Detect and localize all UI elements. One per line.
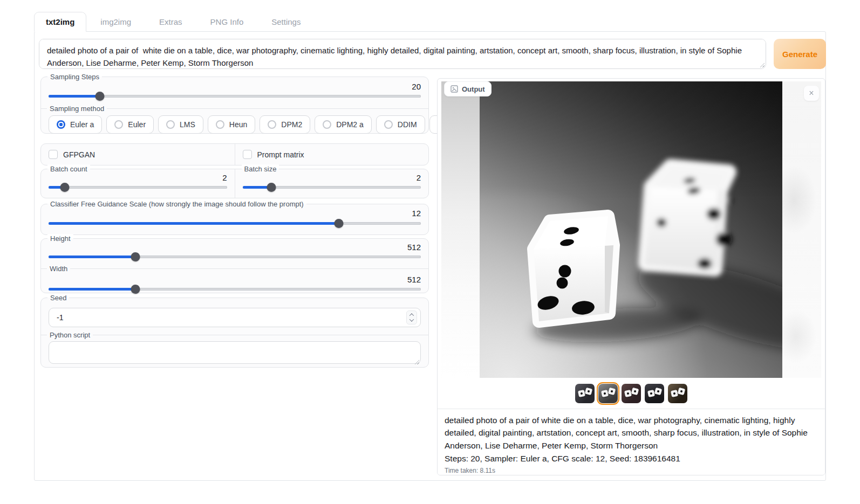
tab-settings[interactable]: Settings [257, 12, 315, 32]
chevron-down-icon[interactable] [409, 317, 414, 321]
seed-group: Seed Python script [40, 298, 429, 368]
prompt-input[interactable]: detailed photo of a pair of white die on… [39, 39, 766, 69]
tab-txt2img[interactable]: txt2img [34, 12, 86, 32]
radio-icon[interactable] [57, 120, 65, 129]
thumbnail-4[interactable] [645, 384, 664, 403]
tab-png-info[interactable]: PNG Info [196, 12, 258, 32]
output-header: Output [444, 81, 492, 96]
gfpgan-checkbox[interactable] [49, 150, 58, 159]
batch-size-label: Batch size [242, 164, 279, 174]
caption-params: Steps: 20, Sampler: Euler a, CFG scale: … [445, 452, 818, 465]
slider-handle[interactable] [95, 92, 104, 101]
height-label: Height [47, 234, 73, 243]
prompt-matrix-option[interactable]: Prompt matrix [235, 144, 429, 165]
cfg-scale-slider[interactable] [49, 219, 421, 229]
close-icon[interactable]: × [804, 86, 819, 101]
seed-label: Seed [47, 293, 69, 302]
radio-ddim[interactable]: DDIM [376, 115, 425, 134]
slider-handle[interactable] [60, 183, 70, 192]
thumbnail-2[interactable] [598, 384, 618, 403]
image-icon [451, 85, 458, 93]
width-slider[interactable] [49, 285, 421, 294]
batch-size-slider[interactable] [243, 183, 421, 192]
die-icon [631, 387, 639, 395]
die-icon [608, 387, 616, 395]
slider-fill [49, 256, 135, 258]
die-icon [671, 389, 678, 397]
sampling-steps-value: 20 [49, 77, 421, 91]
output-panel: Output × detailed photo of a pair of whi… [437, 78, 825, 475]
thumbnail-1[interactable] [575, 384, 595, 403]
caption-prompt: detailed photo of a pair of white die on… [445, 414, 818, 452]
width-value: 512 [49, 269, 421, 284]
die-icon [601, 389, 609, 397]
gallery-prev-peek [441, 81, 480, 378]
python-script-label: Python script [47, 330, 93, 340]
radio-label: DDIM [398, 120, 417, 129]
radio-heun[interactable]: Heun [208, 115, 255, 134]
slider-fill [49, 222, 339, 225]
slider-track[interactable] [49, 95, 421, 98]
sampling-steps-slider[interactable] [49, 92, 421, 101]
radio-lms[interactable]: LMS [158, 115, 203, 134]
radio-icon[interactable] [166, 120, 175, 129]
settings-column: Sampling Steps 20 Sampling method Euler … [40, 77, 429, 368]
slider-fill [49, 95, 100, 98]
slider-track[interactable] [49, 186, 227, 189]
batch-count-slider[interactable] [49, 183, 227, 192]
gallery-next-peek [782, 81, 821, 378]
radio-euler[interactable]: Euler [106, 115, 154, 134]
seed-stepper[interactable] [406, 310, 417, 325]
slider-handle[interactable] [131, 252, 140, 261]
generate-button[interactable]: Generate [774, 39, 826, 69]
caption-time: Time taken: 8.11s [445, 467, 818, 474]
die-icon [647, 389, 655, 397]
radio-dpm2[interactable]: DPM2 [260, 115, 310, 134]
thumbnail-3[interactable] [622, 384, 641, 403]
output-caption: detailed photo of a pair of white die on… [438, 409, 825, 475]
radio-euler-a[interactable]: Euler a [49, 115, 102, 134]
prompt-matrix-label: Prompt matrix [257, 150, 304, 159]
gfpgan-option[interactable]: GFPGAN [41, 144, 235, 165]
output-label: Output [462, 85, 485, 93]
gallery-thumbnails [438, 378, 825, 409]
batch-count-label: Batch count [47, 164, 90, 174]
divider: Python script [40, 335, 429, 335]
radio-icon[interactable] [114, 120, 123, 129]
prompt-matrix-checkbox[interactable] [243, 150, 252, 159]
batch-group: Batch count 2 Batch size 2 [40, 169, 429, 198]
output-image[interactable] [480, 81, 783, 378]
die-icon [585, 387, 593, 395]
divider: Width [40, 268, 429, 269]
radio-icon[interactable] [216, 120, 224, 129]
radio-icon[interactable] [323, 120, 331, 129]
die-icon [678, 387, 686, 395]
dimensions-group: Height 512 Width 512 [40, 238, 429, 293]
slider-fill [49, 288, 135, 291]
tab-extras[interactable]: Extras [145, 12, 196, 32]
sampling-steps-label: Sampling Steps [47, 72, 102, 81]
slider-handle[interactable] [131, 285, 140, 294]
height-slider[interactable] [49, 252, 421, 262]
thumbnail-5[interactable] [668, 384, 687, 403]
python-script-input[interactable] [49, 341, 421, 364]
divider: Sampling method [40, 108, 429, 109]
radio-icon[interactable] [384, 120, 393, 129]
radio-label: Euler a [70, 120, 94, 129]
batch-count-field: Batch count 2 [41, 169, 235, 198]
radio-label: DPM2 a [336, 120, 364, 129]
batch-size-field: Batch size 2 [235, 169, 429, 198]
die-icon [578, 389, 585, 397]
cfg-scale-group: Classifier Free Guidance Scale (how stro… [40, 204, 429, 235]
slider-handle[interactable] [335, 219, 344, 228]
seed-input[interactable] [49, 308, 421, 327]
gfpgan-label: GFPGAN [63, 150, 95, 159]
slider-handle[interactable] [267, 183, 276, 192]
cfg-scale-label: Classifier Free Guidance Scale (how stro… [47, 199, 306, 209]
die-icon [624, 389, 632, 397]
height-value: 512 [49, 239, 421, 252]
radio-label: Heun [229, 120, 247, 129]
radio-icon[interactable] [268, 120, 276, 129]
radio-dpm2-a[interactable]: DPM2 a [315, 115, 372, 134]
tab-img2img[interactable]: img2img [86, 12, 145, 32]
